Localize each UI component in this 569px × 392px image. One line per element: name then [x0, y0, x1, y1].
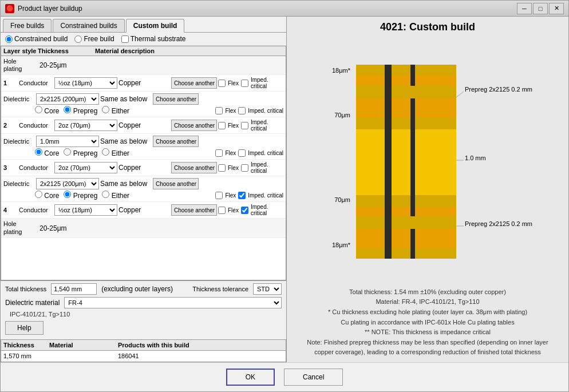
- pcb-diagram: 18μm* 70μm 70μm 18μm* Prepreg 2x2125 0.2…: [319, 54, 536, 266]
- inner-trace-prepreg1: [356, 86, 456, 98]
- via-core2: [410, 129, 415, 195]
- conductor2-flex-check[interactable]: [218, 122, 226, 129]
- thermal-substrate-checkbox-label[interactable]: Thermal substrate: [121, 35, 186, 43]
- tab-free-builds[interactable]: Free builds: [3, 19, 52, 32]
- conductor1-imped-check[interactable]: [241, 80, 248, 87]
- label-18um-bottom: 18μm*: [332, 241, 351, 248]
- constrained-build-radio[interactable]: [5, 35, 13, 43]
- dielectric1-either-radio[interactable]: [102, 106, 109, 113]
- conductor2-thickness-select[interactable]: 2oz (70μm) 1oz (35μm) ½oz (18μm): [54, 120, 117, 131]
- dielectric1-core-radio[interactable]: [35, 106, 42, 113]
- dielectric2-either-label[interactable]: Either: [102, 148, 129, 157]
- conductor3-choose-button[interactable]: Choose another: [171, 162, 217, 173]
- dielectric3-core-radio[interactable]: [35, 191, 42, 198]
- conductor1-label: Conductor: [19, 80, 53, 86]
- dielectric3-imped-check[interactable]: [238, 192, 246, 199]
- conductor4-checks: Flex Imped. critical: [218, 204, 264, 216]
- products-table-row: 1,570 mm 186041: [1, 351, 286, 362]
- dielectric1-choose-button[interactable]: Choose another: [153, 93, 199, 105]
- conductor1-num: 1: [3, 80, 18, 86]
- conductor1-material: Copper: [118, 79, 170, 87]
- free-build-radio[interactable]: [74, 35, 82, 43]
- conductor3-row: 3 Conductor 2oz (70μm) 1oz (35μm) ½oz (1…: [1, 160, 286, 176]
- dielectric3-either-radio[interactable]: [102, 191, 109, 198]
- dielectric2-imped-check[interactable]: [238, 149, 246, 157]
- dielectric3-prepreg-label[interactable]: Prepreg: [64, 191, 97, 200]
- via-inner-prepreg2: [385, 216, 392, 229]
- dielectric1-core-label[interactable]: Core: [35, 106, 59, 115]
- close-button[interactable]: ✕: [549, 3, 564, 14]
- info-line7: copper coverage), leading to a correspon…: [296, 347, 559, 358]
- tab-bar: Free builds Constrained builds Custom bu…: [1, 17, 286, 33]
- total-thickness-input[interactable]: [51, 283, 97, 295]
- tab-constrained-builds[interactable]: Constrained builds: [53, 19, 124, 32]
- via-top-copper: [385, 65, 392, 75]
- conductor1-choose-button[interactable]: Choose another: [171, 77, 217, 89]
- main-content: Free builds Constrained builds Custom bu…: [1, 17, 568, 362]
- dielectric3-core-label[interactable]: Core: [35, 191, 59, 200]
- conductor1-checks: Flex Imped. critical: [218, 77, 264, 89]
- dielectric1-either-label[interactable]: Either: [102, 106, 129, 115]
- conductor1-flex-check[interactable]: [218, 80, 226, 87]
- conductor3-thickness-select[interactable]: 2oz (70μm) 1oz (35μm) ½oz (18μm): [54, 162, 117, 173]
- info-line4: Cu plating in accordance with IPC-601x H…: [296, 318, 559, 328]
- conductor3-flex-check[interactable]: [218, 164, 226, 172]
- thickness-tolerance-select[interactable]: STD ±10%: [253, 283, 282, 295]
- constrained-build-radio-label[interactable]: Constrained build: [5, 35, 68, 43]
- conductor4-label: Conductor: [19, 207, 53, 213]
- dielectric1-prepreg-radio[interactable]: [64, 106, 71, 113]
- thermal-substrate-checkbox[interactable]: [121, 35, 129, 43]
- dielectric2-thickness-select[interactable]: 1.0mm 0.8mm 1.2mm: [36, 136, 99, 147]
- dielectric2-either-radio[interactable]: [102, 148, 109, 156]
- dielectric2-prepreg-radio[interactable]: [64, 148, 71, 156]
- dielectric3-flex-check[interactable]: [215, 192, 223, 199]
- thickness-tolerance-label: Thickness tolerance: [192, 286, 248, 292]
- dielectric3-top: Dielectric 2x2125 (200μm) 1x2116 (100μm)…: [3, 178, 283, 189]
- ok-button[interactable]: OK: [226, 369, 275, 386]
- dielectric1-prepreg-label[interactable]: Prepreg: [64, 106, 97, 115]
- conductor2-imped-check[interactable]: [241, 122, 248, 129]
- dielectric3-prepreg-radio[interactable]: [64, 191, 71, 198]
- via-bottom-copper2: [410, 248, 415, 259]
- conductor4-choose-button[interactable]: Choose another: [171, 204, 217, 216]
- dielectric2-flex-check[interactable]: [215, 149, 223, 157]
- conductor2-row: 2 Conductor 2oz (70μm) 1oz (35μm) ½oz (1…: [1, 117, 286, 134]
- label-1mm: 1.0 mm: [465, 155, 486, 161]
- tab-custom-build[interactable]: Custom build: [126, 19, 185, 33]
- help-button[interactable]: Help: [5, 321, 44, 335]
- dielectric2-core-label[interactable]: Core: [35, 148, 59, 157]
- dielectric1-flex-check[interactable]: [215, 107, 223, 114]
- free-build-radio-label[interactable]: Free build: [74, 35, 114, 43]
- info-text-block: Total thickness: 1.54 mm ±10% (excluding…: [291, 287, 564, 358]
- dielectric-material-select[interactable]: FR-4 FR-4 High Tg: [64, 297, 282, 308]
- conductor4-flex-check[interactable]: [218, 207, 226, 214]
- conductor1-row: 1 Conductor ½oz (18μm) 1oz (35μm) 2oz (7…: [1, 75, 286, 92]
- maximize-button[interactable]: □: [533, 3, 548, 14]
- minimize-button[interactable]: ─: [517, 3, 532, 14]
- hole-plating-top-value: 20-25μm: [39, 61, 67, 69]
- dielectric1-thickness-select[interactable]: 2x2125 (200μm) 1x2116 (100μm): [36, 93, 99, 105]
- conductor2-choose-button[interactable]: Choose another: [171, 120, 217, 131]
- conductor2-checks: Flex Imped. critical: [218, 119, 264, 132]
- layer-copper3: [356, 195, 456, 207]
- dielectric3-either-label[interactable]: Either: [102, 191, 129, 200]
- dielectric2-choose-button[interactable]: Choose another: [153, 136, 199, 147]
- conductor4-imped-check[interactable]: [241, 207, 248, 214]
- conductor4-thickness-select[interactable]: ½oz (18μm) 1oz (35μm) 2oz (70μm): [54, 204, 117, 216]
- dielectric2-core-radio[interactable]: [35, 148, 42, 156]
- window-controls: ─ □ ✕: [517, 3, 564, 14]
- build-type-radio-group: Constrained build Free build Thermal sub…: [1, 33, 286, 46]
- conductor4-num: 4: [3, 207, 18, 213]
- cancel-button[interactable]: Cancel: [284, 369, 343, 386]
- dielectric3-thickness-select[interactable]: 2x2125 (200μm) 1x2116 (100μm): [36, 178, 99, 189]
- label-prepreg-bottom: Prepreg 2x2125 0.2 mm: [465, 220, 532, 227]
- conductor1-thickness-select[interactable]: ½oz (18μm) 1oz (35μm) 2oz (70μm): [54, 77, 117, 89]
- dielectric3-label: Dielectric: [3, 180, 35, 187]
- dielectric3-choose-button[interactable]: Choose another: [153, 178, 199, 189]
- conductor3-label: Conductor: [19, 164, 53, 171]
- hole-plating-bottom-value: 20-25μm: [39, 224, 67, 232]
- conductor3-imped-check[interactable]: [241, 164, 248, 172]
- dielectric1-imped-check[interactable]: [238, 107, 246, 114]
- layer-copper2: [356, 118, 456, 129]
- dielectric2-prepreg-label[interactable]: Prepreg: [64, 148, 97, 157]
